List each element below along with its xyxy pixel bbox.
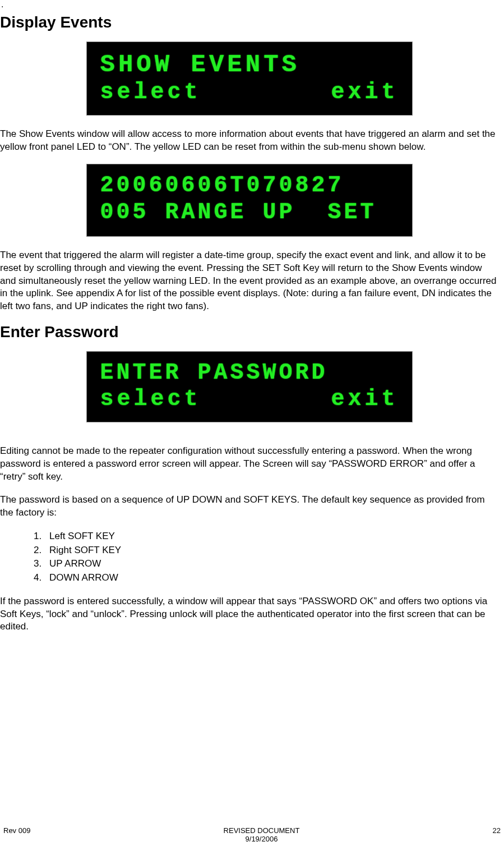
list-item: 1.Left SOFT KEY	[34, 530, 498, 544]
lcd-softkey-left: select	[100, 387, 201, 412]
lcd-line-1: 20060606T070827	[100, 172, 399, 199]
footer-date: 9/19/2006	[224, 835, 300, 843]
lcd-show-events: SHOW EVENTS select exit	[0, 42, 498, 116]
lcd-softkey-left: select	[100, 80, 201, 105]
footer-doc-label: REVISED DOCUMENT	[224, 826, 300, 835]
lcd-line-2: 005 RANGE UP SET	[100, 199, 399, 226]
footer-rev: Rev 009	[3, 826, 30, 843]
document-page: . Display Events SHOW EVENTS select exit…	[0, 0, 504, 851]
list-item: 3.UP ARROW	[34, 557, 498, 571]
list-item: 2.Right SOFT KEY	[34, 544, 498, 558]
paragraph-password-ok: If the password is entered successfully,…	[0, 595, 498, 634]
heading-enter-password: Enter Password	[0, 323, 498, 341]
list-item: 4.DOWN ARROW	[34, 571, 498, 585]
paragraph-password-intro: Editing cannot be made to the repeater c…	[0, 445, 498, 484]
footer-center: REVISED DOCUMENT 9/19/2006	[224, 826, 300, 843]
lcd-line-1: SHOW EVENTS	[100, 50, 399, 80]
lcd-screen: 20060606T070827 005 RANGE UP SET	[86, 164, 413, 237]
lcd-softkey-right: exit	[331, 387, 398, 412]
paragraph-show-events-intro: The Show Events window will allow access…	[0, 128, 498, 154]
lcd-enter-password: ENTER PASSWORD select exit	[0, 351, 498, 422]
page-footer: Rev 009 REVISED DOCUMENT 9/19/2006 22	[0, 826, 504, 843]
lcd-screen: SHOW EVENTS select exit	[86, 42, 413, 116]
paragraph-password-sequence-intro: The password is based on a sequence of U…	[0, 494, 498, 519]
paragraph-event-detail: The event that triggered the alarm will …	[0, 249, 498, 314]
lcd-row-2: select exit	[100, 387, 399, 412]
lcd-event-detail: 20060606T070827 005 RANGE UP SET	[0, 164, 498, 237]
lcd-row-2: select exit	[100, 80, 399, 105]
lcd-line-1: ENTER PASSWORD	[100, 360, 399, 387]
heading-display-events: Display Events	[0, 13, 498, 31]
lcd-screen: ENTER PASSWORD select exit	[86, 351, 413, 422]
footer-page-number: 22	[493, 826, 501, 843]
password-sequence-list: 1.Left SOFT KEY 2.Right SOFT KEY 3.UP AR…	[0, 530, 498, 585]
top-marker: .	[0, 0, 498, 9]
lcd-softkey-right: exit	[331, 80, 398, 105]
